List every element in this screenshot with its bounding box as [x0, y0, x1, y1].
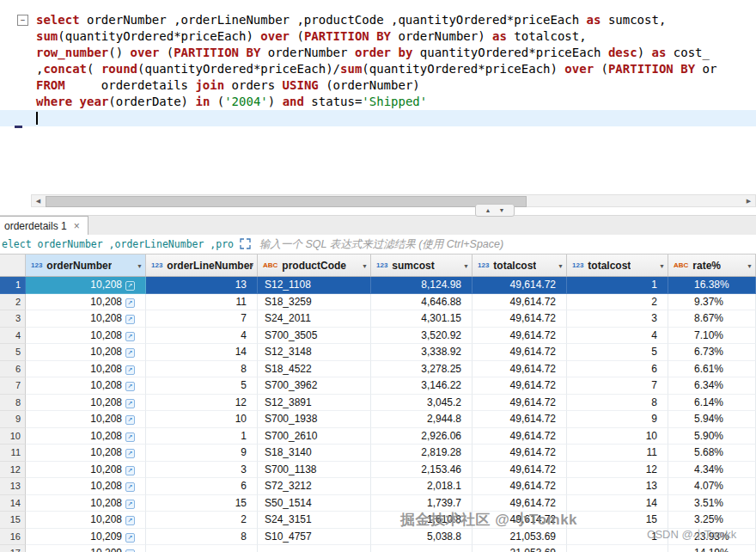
fk-link-icon[interactable]: ↗: [125, 365, 135, 375]
grid-cell[interactable]: 10,208↗: [26, 361, 146, 378]
grid-cell[interactable]: 6.14%: [668, 395, 756, 412]
grid-cell[interactable]: 3,520.92: [371, 328, 472, 345]
filter-expand-icon[interactable]: [234, 236, 256, 253]
grid-cell[interactable]: 10,208↗: [26, 512, 146, 529]
grid-cell[interactable]: [258, 545, 371, 552]
grid-cell[interactable]: 49,614.72: [472, 361, 567, 378]
table-row[interactable]: 710,208↗5S700_39623,146.2249,614.7276.34…: [0, 377, 756, 395]
grid-cell[interactable]: 10,208↗: [26, 310, 146, 328]
table-row[interactable]: 1110,208↗9S18_31402,819.2849,614.72115.6…: [0, 445, 756, 462]
code-line[interactable]: FROM orderdetails join orders USING (ord…: [0, 77, 756, 94]
grid-cell[interactable]: 8: [567, 395, 668, 412]
grid-cell[interactable]: 3: [146, 462, 258, 479]
grid-cell[interactable]: 2: [146, 512, 258, 529]
grid-cell[interactable]: 6: [567, 361, 668, 378]
column-dropdown-icon[interactable]: ▼: [137, 263, 143, 269]
code-line[interactable]: ,concat( round(quantityOrdered*priceEach…: [0, 61, 756, 77]
grid-cell[interactable]: 10,208↗: [26, 445, 146, 462]
column-dropdown-icon[interactable]: ▼: [463, 263, 469, 269]
horizontal-scrollbar[interactable]: ◀ ▶: [31, 194, 756, 207]
grid-cell[interactable]: 4: [567, 328, 668, 345]
grid-cell[interactable]: 12: [146, 395, 258, 412]
grid-cell[interactable]: 2,153.46: [371, 462, 472, 479]
grid-cell[interactable]: 49,614.72: [472, 428, 567, 445]
table-row[interactable]: 210,208↗11S18_32594,646.8849,614.7229.37…: [0, 294, 756, 311]
fk-link-icon[interactable]: ↗: [125, 500, 135, 509]
grid-cell[interactable]: 3.51%: [668, 495, 756, 512]
row-number[interactable]: 10: [0, 428, 26, 445]
grid-cell[interactable]: 49,614.72: [472, 445, 567, 462]
fk-link-icon[interactable]: ↗: [125, 432, 135, 442]
grid-cell[interactable]: 5,038.8: [371, 529, 472, 546]
row-number[interactable]: 1: [0, 277, 26, 294]
table-row[interactable]: 410,208↗4S700_35053,520.9249,614.7247.10…: [0, 328, 756, 345]
row-number[interactable]: 11: [0, 445, 26, 462]
grid-cell[interactable]: 49,614.72: [472, 344, 567, 361]
fk-link-icon[interactable]: ↗: [125, 315, 135, 324]
grid-cell[interactable]: 9: [567, 411, 668, 428]
grid-cell[interactable]: 8: [146, 529, 258, 546]
grid-cell[interactable]: 7: [567, 377, 668, 395]
fk-link-icon[interactable]: ↗: [125, 382, 135, 391]
grid-cell[interactable]: 10,208↗: [26, 328, 146, 345]
grid-cell[interactable]: 9: [146, 445, 258, 462]
scrollbar-thumb[interactable]: [46, 196, 527, 207]
grid-cell[interactable]: 49,614.72: [472, 395, 567, 412]
grid-cell[interactable]: 4,646.88: [371, 294, 472, 311]
grid-cell[interactable]: 10,208↗: [26, 344, 146, 361]
grid-cell[interactable]: 9.37%: [668, 294, 756, 311]
grid-cell[interactable]: 49,614.72: [472, 478, 567, 495]
row-number[interactable]: 3: [0, 310, 26, 328]
grid-cell[interactable]: 49,614.72: [472, 294, 567, 311]
fk-link-icon[interactable]: ↗: [125, 415, 135, 425]
row-number[interactable]: 14: [0, 495, 26, 512]
grid-cell[interactable]: S700_1938: [258, 411, 371, 428]
grid-cell[interactable]: 3,338.92: [371, 344, 472, 361]
scroll-right-icon[interactable]: ▶: [742, 195, 755, 206]
grid-cell[interactable]: S700_3505: [258, 328, 371, 345]
column-header-6-rate%[interactable]: ABCrate%▼: [668, 255, 756, 276]
grid-cell[interactable]: 10: [567, 428, 668, 445]
grid-cell[interactable]: 8.67%: [668, 310, 756, 328]
table-row[interactable]: 110,208↗13S12_11088,124.9849,614.72116.3…: [0, 277, 756, 294]
code-line[interactable]: where year(orderDate) in ('2004') and st…: [0, 94, 756, 110]
grid-cell[interactable]: 10: [146, 411, 258, 428]
column-header-1-orderLineNumber[interactable]: 123orderLineNumber▼: [146, 255, 258, 276]
grid-cell[interactable]: 10,209↗: [26, 545, 146, 552]
column-header-2-productCode[interactable]: ABCproductCode▼: [258, 255, 371, 276]
row-number[interactable]: 6: [0, 361, 26, 378]
grid-cell[interactable]: 2,944.8: [371, 411, 472, 428]
grid-cell[interactable]: 10,208↗: [26, 495, 146, 512]
grid-cell[interactable]: S18_3140: [258, 445, 371, 462]
grid-cell[interactable]: 14.19%: [668, 545, 756, 552]
fk-link-icon[interactable]: ↗: [125, 449, 135, 458]
column-header-3-sumcost[interactable]: 123sumcost▼: [371, 255, 472, 276]
grid-cell[interactable]: 14: [146, 344, 258, 361]
grid-cell[interactable]: S24_2011: [258, 310, 371, 328]
table-row[interactable]: 1310,208↗6S72_32122,018.149,614.72134.07…: [0, 478, 756, 495]
grid-cell[interactable]: 10,209↗: [26, 529, 146, 546]
grid-cell[interactable]: 3,146.22: [371, 377, 472, 395]
grid-cell[interactable]: 49,614.72: [472, 277, 567, 294]
table-row[interactable]: 610,208↗8S18_45223,278.2549,614.7266.61%: [0, 361, 756, 378]
grid-cell[interactable]: 11: [146, 294, 258, 311]
row-number[interactable]: 17: [0, 545, 26, 552]
row-number[interactable]: 7: [0, 377, 26, 395]
grid-cell[interactable]: 8: [146, 361, 258, 378]
grid-cell[interactable]: 10,208↗: [26, 462, 146, 479]
code-line[interactable]: [0, 110, 756, 126]
row-number[interactable]: 8: [0, 395, 26, 412]
grid-cell[interactable]: 49,614.72: [472, 411, 567, 428]
grid-cell[interactable]: 10,208↗: [26, 411, 146, 428]
grid-cell[interactable]: S18_4522: [258, 361, 371, 378]
row-number[interactable]: 13: [0, 478, 26, 495]
grid-cell[interactable]: 10,208↗: [26, 428, 146, 445]
table-row[interactable]: 1410,208↗15S50_15141,739.749,614.72143.5…: [0, 495, 756, 512]
grid-cell[interactable]: 16.38%: [668, 277, 756, 294]
grid-cell[interactable]: S50_1514: [258, 495, 371, 512]
table-row[interactable]: 910,208↗10S700_19382,944.849,614.7295.94…: [0, 411, 756, 428]
row-number[interactable]: 5: [0, 344, 26, 361]
column-dropdown-icon[interactable]: ▼: [659, 263, 665, 269]
fk-link-icon[interactable]: ↗: [125, 298, 135, 308]
column-dropdown-icon[interactable]: ▼: [248, 263, 254, 269]
